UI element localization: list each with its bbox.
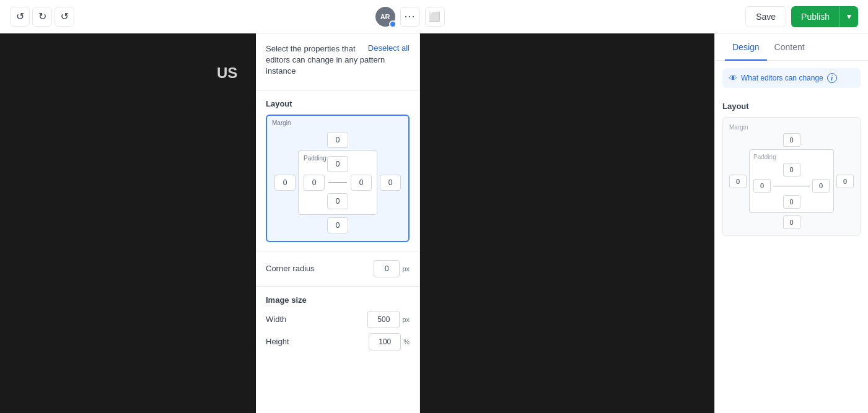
corner-radius-section: Corner radius px	[256, 251, 419, 287]
layout-box: Margin Padding	[266, 115, 410, 242]
dots-icon: ···	[405, 10, 416, 23]
right-padding-right-input[interactable]	[812, 179, 830, 193]
canvas-label: US	[217, 64, 237, 82]
history-icon: ↻	[38, 11, 46, 22]
padding-top-input[interactable]	[327, 156, 348, 172]
padding-bottom-input[interactable]	[327, 193, 348, 209]
margin-label: Margin	[272, 120, 291, 126]
chevron-down-icon: ▼	[846, 12, 853, 21]
left-panel-header: Deselect all Select the properties that …	[256, 33, 419, 90]
what-editors-text: What editors can change	[741, 74, 823, 82]
save-button[interactable]: Save	[745, 6, 786, 27]
right-margin-left-input[interactable]	[729, 175, 747, 188]
more-options-button[interactable]: ···	[400, 7, 420, 27]
top-bar: ↺ ↻ ↻ AR ··· ⬜ Save Publish ▼	[0, 0, 868, 33]
right-margin-bottom-input[interactable]	[783, 215, 800, 229]
toolbar-right: Save Publish ▼	[745, 6, 858, 27]
what-editors-banner[interactable]: 👁 What editors can change i	[722, 68, 861, 88]
image-size-section: Image size Width px Height %	[256, 287, 419, 364]
right-margin-top-row	[729, 133, 854, 147]
width-unit: px	[402, 316, 410, 323]
padding-label: Padding	[304, 155, 327, 162]
right-margin-top-input[interactable]	[783, 133, 800, 147]
deselect-all-button[interactable]: Deselect all	[368, 43, 410, 53]
undo-icon: ↺	[16, 11, 24, 22]
dash-line	[328, 182, 347, 183]
right-padding-bottom-row	[783, 195, 800, 209]
margin-bottom-input[interactable]	[327, 217, 348, 233]
right-padding-label: Padding	[753, 154, 776, 160]
external-link-icon: ⬜	[429, 11, 441, 22]
height-unit: %	[403, 338, 410, 346]
padding-side-row	[304, 175, 372, 191]
right-layout-box: Margin Padding	[722, 117, 861, 236]
right-margin-bottom-row	[729, 215, 854, 229]
tab-design[interactable]: Design	[725, 33, 767, 61]
margin-top-row	[274, 132, 401, 148]
avatar: AR	[375, 7, 395, 27]
corner-radius-unit: px	[402, 265, 410, 272]
height-label: Height	[266, 337, 289, 346]
corner-radius-input[interactable]	[374, 260, 400, 277]
height-row: Height %	[266, 333, 410, 350]
right-padding-bottom-input[interactable]	[783, 195, 800, 209]
external-link-button[interactable]: ⬜	[425, 7, 445, 27]
tab-content[interactable]: Content	[767, 33, 812, 61]
height-input[interactable]	[369, 333, 401, 350]
width-label: Width	[266, 315, 286, 324]
right-padding-top-row	[783, 163, 800, 176]
history-button[interactable]: ↻	[32, 7, 52, 27]
padding-right-input[interactable]	[351, 175, 372, 191]
layout-title: Layout	[266, 99, 410, 108]
redo-button[interactable]: ↻	[55, 7, 74, 27]
publish-group: Publish ▼	[791, 6, 858, 27]
right-padding-box: Padding	[749, 149, 834, 213]
right-panel-tabs: Design Content	[715, 33, 868, 61]
right-dash-line	[773, 186, 810, 186]
left-panel: Deselect all Select the properties that …	[256, 33, 420, 413]
toolbar-center: AR ··· ⬜	[79, 7, 740, 27]
toolbar-left: ↺ ↻ ↻	[10, 7, 74, 27]
publish-dropdown-button[interactable]: ▼	[840, 6, 858, 27]
layout-section: Layout Margin Padding	[256, 90, 419, 251]
avatar-badge	[389, 20, 397, 28]
right-padding-left-input[interactable]	[753, 179, 771, 193]
right-margin-label: Margin	[729, 124, 854, 131]
padding-left-input[interactable]	[304, 175, 325, 191]
right-layout-section: Layout Margin Padding	[715, 95, 868, 242]
redo-icon: ↻	[61, 11, 69, 22]
image-size-title: Image size	[266, 295, 410, 305]
right-padding-top-input[interactable]	[783, 163, 800, 176]
info-icon[interactable]: i	[827, 73, 837, 83]
margin-bottom-row	[274, 217, 401, 233]
padding-top-row	[327, 156, 348, 172]
width-input[interactable]	[367, 311, 400, 328]
undo-button[interactable]: ↺	[10, 7, 30, 27]
right-layout-title: Layout	[722, 102, 861, 111]
width-input-group: px	[367, 311, 410, 328]
padding-box: Padding	[298, 150, 377, 215]
margin-left-input[interactable]	[274, 175, 296, 191]
margin-side-row: Padding	[274, 150, 401, 215]
height-input-group: %	[369, 333, 410, 350]
right-margin-right-input[interactable]	[836, 175, 854, 188]
right-panel: Design Content 👁 What editors can change…	[714, 33, 868, 413]
padding-bottom-row	[327, 193, 348, 209]
eye-icon: 👁	[729, 73, 737, 83]
corner-radius-label: Corner radius	[266, 264, 315, 273]
margin-top-input[interactable]	[327, 132, 348, 148]
right-margin-side-row: Padding	[729, 149, 854, 213]
right-padding-side-row	[753, 179, 830, 193]
width-row: Width px	[266, 311, 410, 328]
corner-input-group: px	[374, 260, 410, 277]
publish-button[interactable]: Publish	[791, 6, 840, 27]
margin-right-input[interactable]	[380, 175, 401, 191]
